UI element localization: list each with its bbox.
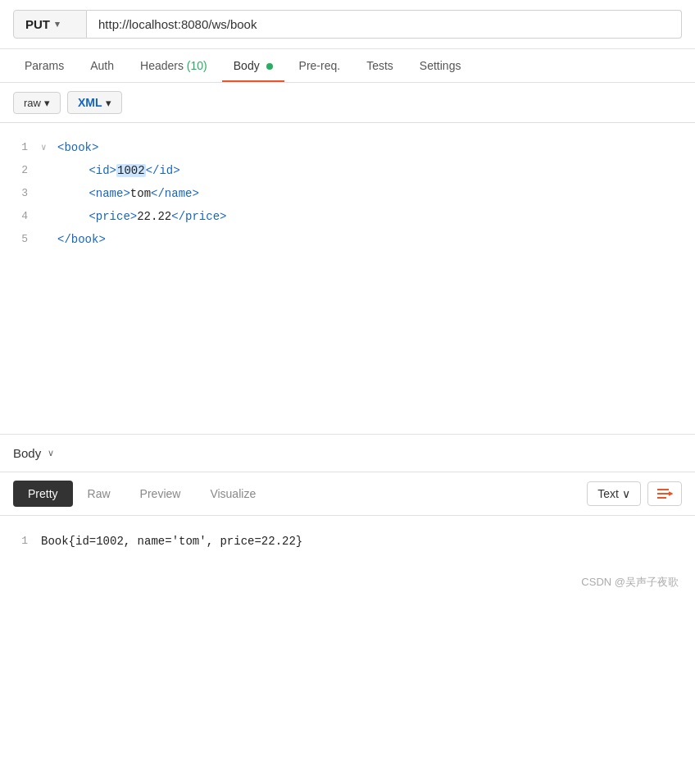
resp-line-1: 1 Book{id=1002, name='tom', price=22.22}	[0, 529, 695, 554]
tab-auth[interactable]: Auth	[79, 49, 125, 82]
resp-format-label: Text	[597, 487, 619, 500]
wrap-icon	[656, 487, 673, 500]
xml-label: XML	[78, 96, 102, 109]
method-dropdown[interactable]: PUT ▾	[13, 10, 87, 39]
raw-dropdown[interactable]: raw ▾	[13, 92, 61, 114]
tabs-nav: Params Auth Headers (10) Body Pre-req. T…	[0, 49, 695, 83]
resp-format-chevron: ∨	[622, 487, 630, 500]
xml-chevron: ▾	[106, 97, 111, 109]
response-body: 1 Book{id=1002, name='tom', price=22.22}	[0, 516, 695, 567]
resp-tab-pretty[interactable]: Pretty	[13, 481, 73, 507]
code-line-3: 3 <name>tom</name>	[0, 182, 695, 205]
tab-settings[interactable]: Settings	[408, 49, 473, 82]
response-header: Body ∨	[0, 435, 695, 472]
tab-prereq[interactable]: Pre-req.	[288, 49, 352, 82]
method-label: PUT	[25, 17, 50, 31]
url-input[interactable]	[87, 10, 682, 39]
resp-wrap-button[interactable]	[647, 481, 682, 506]
body-active-dot	[266, 63, 273, 70]
url-bar: PUT ▾	[0, 0, 695, 49]
toggle-1[interactable]: ∨	[41, 137, 57, 158]
response-toggle[interactable]: ∨	[48, 448, 54, 458]
response-tabs: Pretty Raw Preview Visualize Text ∨	[0, 472, 695, 516]
tab-params[interactable]: Params	[13, 49, 75, 82]
code-editor[interactable]: 1 ∨ <book> 2 <id>1002</id> 3 <name>tom</…	[0, 123, 695, 435]
footer-text: CSDN @吴声子夜歌	[581, 576, 679, 588]
tab-tests[interactable]: Tests	[355, 49, 405, 82]
resp-tab-raw[interactable]: Raw	[73, 481, 125, 507]
resp-code-1: Book{id=1002, name='tom', price=22.22}	[41, 531, 695, 552]
code-line-4: 4 <price>22.22</price>	[0, 205, 695, 228]
resp-tab-preview[interactable]: Preview	[125, 481, 196, 507]
format-bar: raw ▾ XML ▾	[0, 83, 695, 123]
tab-body[interactable]: Body	[222, 49, 284, 82]
code-line-5: 5 </book>	[0, 228, 695, 251]
code-line-2: 2 <id>1002</id>	[0, 159, 695, 182]
tab-headers[interactable]: Headers (10)	[129, 49, 219, 82]
footer: CSDN @吴声子夜歌	[0, 567, 695, 598]
resp-tab-visualize[interactable]: Visualize	[195, 481, 270, 507]
resp-format-dropdown[interactable]: Text ∨	[587, 481, 641, 506]
raw-chevron: ▾	[44, 97, 50, 109]
code-line-1: 1 ∨ <book>	[0, 136, 695, 159]
response-label: Body	[13, 446, 41, 460]
method-chevron: ▾	[55, 19, 60, 30]
xml-dropdown[interactable]: XML ▾	[67, 91, 122, 114]
raw-label: raw	[24, 97, 41, 109]
